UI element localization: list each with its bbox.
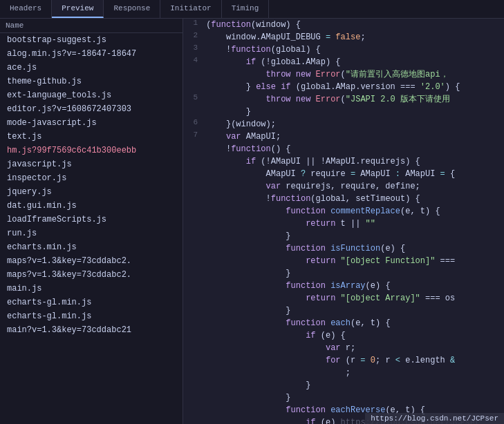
- code-line: 4 if (!global.AMap) {: [183, 56, 504, 68]
- file-item[interactable]: text.js: [0, 130, 183, 144]
- code-line: 6 }(window);: [183, 118, 504, 131]
- file-item[interactable]: maps?v=1.3&key=73cddabc2.: [0, 268, 183, 282]
- file-item-highlighted[interactable]: hm.js?99f7569c6c41b300eebb: [0, 144, 183, 157]
- file-item[interactable]: echarts-gl.min.js: [0, 296, 183, 309]
- code-line: }: [183, 379, 504, 392]
- code-line: function commentReplace(e, t) {: [183, 205, 504, 218]
- file-item[interactable]: dat.gui.min.js: [0, 199, 183, 213]
- file-item[interactable]: editor.js?v=1608672407303: [0, 102, 183, 116]
- code-line: 1 (function(window) {: [183, 19, 504, 31]
- tab-timing[interactable]: Timing: [222, 0, 270, 18]
- file-panel-header: Name: [0, 19, 183, 33]
- file-item[interactable]: maps?v=1.3&key=73cddabc2.: [0, 254, 183, 268]
- file-panel: Name bootstrap-suggest.js alog.min.js?v=…: [0, 19, 183, 424]
- file-item[interactable]: echarts.min.js: [0, 240, 183, 254]
- file-item[interactable]: alog.min.js?v=-18647-18647: [0, 47, 183, 61]
- file-item[interactable]: ace.js: [0, 61, 183, 75]
- code-line: 2 window.AMapUI_DEBUG = false;: [183, 31, 504, 44]
- code-line: throw new Error("请前置引入高德地图api，: [183, 68, 504, 81]
- file-item[interactable]: bootstrap-suggest.js: [0, 33, 183, 47]
- code-line: return t || "": [183, 218, 504, 230]
- file-item[interactable]: echarts-gl.min.js: [0, 309, 183, 323]
- code-line: !function() {: [183, 143, 504, 155]
- file-item[interactable]: ext-language_tools.js: [0, 88, 183, 102]
- code-line: }: [183, 305, 504, 317]
- code-line: AMapUI ? require = AMapUI : AMapUI = {: [183, 168, 504, 180]
- tab-response[interactable]: Response: [104, 0, 160, 18]
- file-item[interactable]: run.js: [0, 227, 183, 240]
- code-line: function each(e, t) {: [183, 317, 504, 329]
- tab-preview[interactable]: Preview: [52, 0, 104, 18]
- tab-headers[interactable]: Headers: [0, 0, 52, 18]
- tab-initiator[interactable]: Initiator: [160, 0, 221, 18]
- file-item[interactable]: theme-github.js: [0, 75, 183, 88]
- code-line: 5 throw new Error("JSAPI 2.0 版本下请使用: [183, 93, 504, 106]
- code-panel: 1 (function(window) { 2 window.AMapUI_DE…: [183, 19, 504, 424]
- code-line: ;: [183, 367, 504, 379]
- code-line: var requirejs, require, define;: [183, 180, 504, 193]
- file-item[interactable]: javascript.js: [0, 157, 183, 171]
- file-item[interactable]: jquery.js: [0, 185, 183, 199]
- code-line: function isArray(e) {: [183, 280, 504, 292]
- code-line: } else if (global.AMap.version === '2.0'…: [183, 81, 504, 93]
- code-line: return "[object Function]" ===: [183, 255, 504, 267]
- tooltip-bar: https://blog.csdn.net/JCPser: [365, 413, 504, 424]
- main-area: Name bootstrap-suggest.js alog.min.js?v=…: [0, 19, 504, 424]
- code-line: var r;: [183, 342, 504, 354]
- code-line: if (e) {: [183, 329, 504, 342]
- code-line: }: [183, 106, 504, 118]
- code-line: 3 !function(global) {: [183, 44, 504, 56]
- code-line: for (r = 0; r < e.length &: [183, 354, 504, 367]
- file-item[interactable]: main?v=1.3&key=73cddabc21: [0, 323, 183, 337]
- code-line: }: [183, 230, 504, 242]
- code-content: 1 (function(window) { 2 window.AMapUI_DE…: [183, 19, 504, 424]
- code-line: }: [183, 267, 504, 280]
- code-line: }: [183, 392, 504, 404]
- file-item[interactable]: mode-javascript.js: [0, 116, 183, 130]
- file-item[interactable]: inspector.js: [0, 171, 183, 185]
- code-line: 7 var AMapUI;: [183, 131, 504, 143]
- code-line: if (!AMapUI || !AMapUI.requirejs) {: [183, 155, 504, 168]
- code-line: !function(global, setTimeout) {: [183, 193, 504, 205]
- tab-bar: Headers Preview Response Initiator Timin…: [0, 0, 504, 19]
- file-item[interactable]: loadIframeScripts.js: [0, 213, 183, 227]
- code-line: return "[object Array]" === os: [183, 292, 504, 305]
- code-line: function isFunction(e) {: [183, 242, 504, 255]
- file-item[interactable]: main.js: [0, 282, 183, 296]
